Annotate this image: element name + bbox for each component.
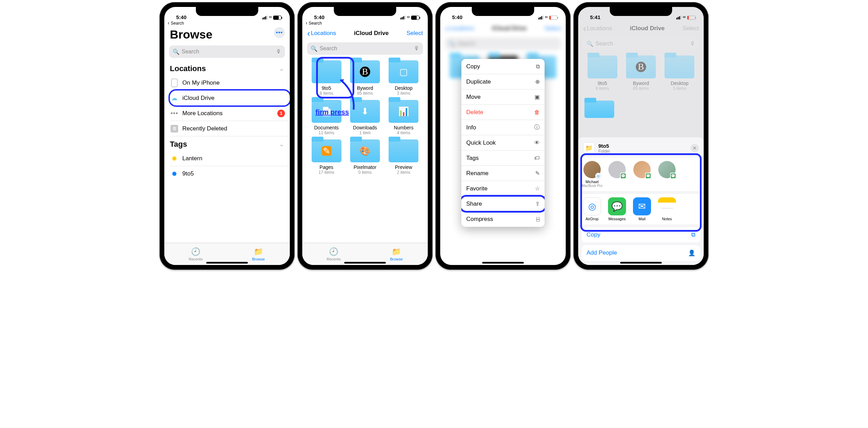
tag-lantern-row[interactable]: Lantern <box>170 151 290 166</box>
on-my-iphone-row[interactable]: On My iPhone <box>170 75 290 91</box>
highlight-ring <box>461 195 545 213</box>
sheet-title: 9to5 <box>598 143 610 149</box>
more-button[interactable]: ••• <box>274 27 285 38</box>
chevron-down-icon: ⌄ <box>279 140 284 148</box>
locations-header[interactable]: Locations ⌄ <box>164 61 290 75</box>
sheet-subtitle: Folder <box>598 149 610 154</box>
context-tags[interactable]: Tags 🏷 <box>461 151 545 166</box>
home-indicator[interactable] <box>206 262 248 264</box>
context-menu: Copy ⧉ Duplicate ⊕ Move ▣ Delete 🗑 Info … <box>461 59 545 227</box>
phone-4: 5:41 ⌔ Locations iCloud Drive Select 🔍Se… <box>573 2 709 270</box>
folder-pages[interactable]: ✎ Pages 17 items <box>309 139 344 175</box>
back-search[interactable]: Search <box>302 20 428 26</box>
context-info[interactable]: Info ⓘ <box>461 120 545 135</box>
copy-icon: ⧉ <box>691 231 695 238</box>
search-input[interactable]: 🔍 Search 🎙 <box>169 45 285 58</box>
share-sheet: 📁 9to5 Folder ✕ ◎ Michael MacBook Pro 💬 … <box>578 137 704 265</box>
messages-badge-icon: 💬 <box>670 173 676 179</box>
ellipsis-icon: ••• <box>170 110 179 117</box>
favorite-icon: ☆ <box>535 185 540 192</box>
home-indicator[interactable] <box>620 262 662 264</box>
airdrop-badge-icon: ◎ <box>595 173 601 179</box>
phone-1: 5:40 ⌔ Search ••• Browse 🔍 Search 🎙 Loca… <box>159 2 295 270</box>
yellow-dot-icon <box>172 156 176 161</box>
folder-byword: B Byword85 items <box>623 55 659 91</box>
tag-9to5-row[interactable]: 9to5 <box>170 166 290 181</box>
tags-icon: 🏷 <box>534 155 540 161</box>
phone-2: 5:40 ⌔ Search Locations iCloud Drive Sel… <box>297 2 433 270</box>
close-button[interactable]: ✕ <box>691 144 699 152</box>
context-quick look[interactable]: Quick Look 👁 <box>461 135 545 151</box>
context-copy[interactable]: Copy ⧉ <box>461 59 545 74</box>
battery-icon <box>273 16 281 20</box>
iphone-icon <box>171 79 177 87</box>
chevron-down-icon: ⌄ <box>279 65 284 72</box>
wifi-icon: ⌔ <box>269 15 272 20</box>
back-locations: Locations <box>583 23 612 34</box>
icloud-drive-row[interactable]: ☁ iCloud Drive <box>170 91 290 106</box>
move-icon: ▣ <box>535 94 540 100</box>
signal-icon <box>262 16 268 19</box>
trash-icon: 🗑 <box>171 125 178 132</box>
context-favorite[interactable]: Favorite ☆ <box>461 181 545 196</box>
folder-icon: 📁 <box>254 247 263 256</box>
home-indicator[interactable] <box>344 262 386 264</box>
annotation-label: firm press <box>315 108 349 116</box>
highlight-ring <box>168 89 290 107</box>
nav-title: iCloud Drive <box>354 30 389 37</box>
clock: 5:40 <box>176 14 186 20</box>
context-compress[interactable]: Compress ⌸ <box>461 212 545 227</box>
search-icon: 🔍 <box>311 45 318 52</box>
delete-icon: 🗑 <box>534 109 540 115</box>
folder-desktop[interactable]: ▢ Desktop 3 items <box>386 60 422 96</box>
compress-icon: ⌸ <box>536 216 540 222</box>
clock-icon: 🕘 <box>191 247 200 256</box>
more-locations-row[interactable]: ••• More Locations 1 <box>170 106 290 121</box>
folder-numbers[interactable]: 📊 Numbers 4 items <box>386 100 422 135</box>
folder-preview[interactable]: Preview 2 items <box>386 139 422 175</box>
recently-deleted-row[interactable]: 🗑 Recently Deleted <box>170 121 290 136</box>
back-locations[interactable]: Locations <box>307 28 336 39</box>
copy-icon: ⧉ <box>536 63 540 70</box>
context-duplicate[interactable]: Duplicate ⊕ <box>461 74 545 89</box>
back-search[interactable]: Search <box>164 20 290 26</box>
phone-3: 5:40 ⌔ LocationsiCloud DriveSelect 🔍Sear… <box>435 2 571 270</box>
search-icon: 🔍 <box>173 49 180 55</box>
messages-badge-icon: 💬 <box>620 173 626 179</box>
mic-icon[interactable]: 🎙 <box>276 49 281 55</box>
folder-icon: 📁 <box>583 142 595 154</box>
context-delete[interactable]: Delete 🗑 <box>461 105 545 120</box>
context-move[interactable]: Move ▣ <box>461 89 545 105</box>
context-share[interactable]: Share ⇪ <box>461 196 545 212</box>
context-rename[interactable]: Rename ✎ <box>461 166 545 181</box>
mic-icon[interactable]: 🎙 <box>414 45 419 52</box>
notification-badge: 1 <box>277 110 285 117</box>
page-title: Browse <box>164 26 290 44</box>
search-input[interactable]: 🔍 Search 🎙 <box>307 42 423 55</box>
folder-pixelmator[interactable]: 🎨 Pixelmator 0 items <box>347 139 383 175</box>
info-icon: ⓘ <box>534 124 540 131</box>
rename-icon: ✎ <box>535 170 540 177</box>
quick look-icon: 👁 <box>534 140 540 146</box>
arrow-icon <box>336 75 361 113</box>
select-button[interactable]: Select <box>407 30 423 37</box>
folder-9to5: 9to58 items <box>584 55 620 91</box>
duplicate-icon: ⊕ <box>535 78 540 85</box>
messages-badge-icon: 💬 <box>645 173 651 179</box>
home-indicator[interactable] <box>482 262 524 264</box>
add-people-action[interactable]: Add People 👤 <box>582 245 700 261</box>
blue-dot-icon <box>172 172 176 176</box>
folder-desktop: Desktop3 items <box>662 55 697 91</box>
context-menu-overlay: Copy ⧉ Duplicate ⊕ Move ▣ Delete 🗑 Info … <box>440 7 566 265</box>
tags-header[interactable]: Tags ⌄ <box>164 136 290 151</box>
search-input: 🔍Search🎙 <box>583 37 699 50</box>
people-icon: 👤 <box>688 249 695 257</box>
